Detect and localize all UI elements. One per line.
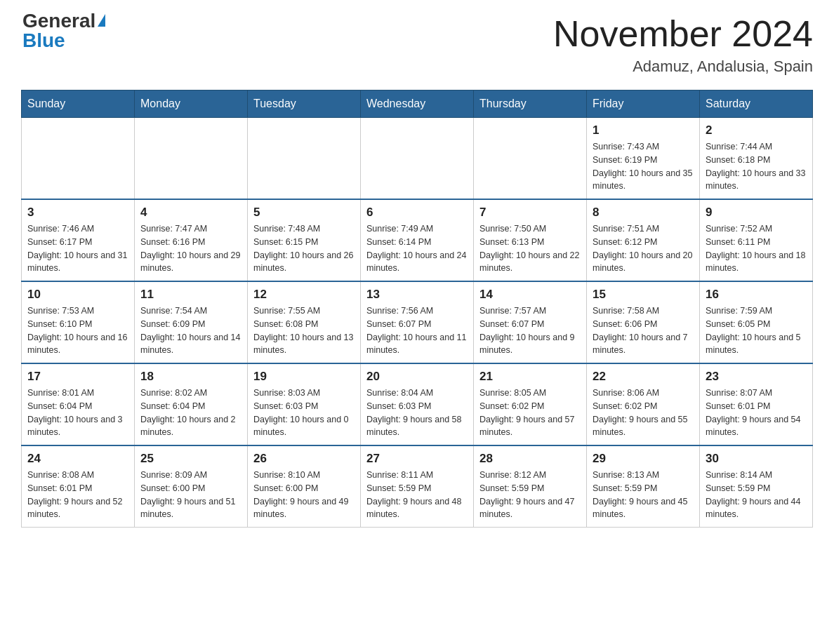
calendar-cell: 23Sunrise: 8:07 AM Sunset: 6:01 PM Dayli… [700,363,813,445]
logo-blue-text: Blue [22,29,65,52]
calendar-cell: 4Sunrise: 7:47 AM Sunset: 6:16 PM Daylig… [135,199,248,281]
weekday-header-thursday: Thursday [474,90,587,118]
weekday-header-sunday: Sunday [22,90,135,118]
day-number: 16 [706,288,807,302]
calendar-cell: 9Sunrise: 7:52 AM Sunset: 6:11 PM Daylig… [700,199,813,281]
weekday-header-monday: Monday [135,90,248,118]
calendar-cell: 12Sunrise: 7:55 AM Sunset: 6:08 PM Dayli… [248,281,361,363]
day-number: 4 [140,206,241,220]
calendar-cell: 25Sunrise: 8:09 AM Sunset: 6:00 PM Dayli… [135,445,248,528]
header: General General Blue November 2024 Adamu… [21,14,813,76]
day-number: 23 [706,370,807,384]
day-number: 27 [366,452,468,466]
day-info: Sunrise: 7:58 AM Sunset: 6:06 PM Dayligh… [593,304,694,357]
calendar-cell: 20Sunrise: 8:04 AM Sunset: 6:03 PM Dayli… [361,363,474,445]
day-number: 15 [593,288,694,302]
day-number: 29 [593,452,694,466]
calendar-cell [22,118,135,200]
logo-chevron-icon [98,14,105,27]
logo: General General Blue [21,14,105,52]
day-info: Sunrise: 7:47 AM Sunset: 6:16 PM Dayligh… [140,222,241,275]
calendar-cell: 1Sunrise: 7:43 AM Sunset: 6:19 PM Daylig… [587,118,700,200]
calendar-week-3: 10Sunrise: 7:53 AM Sunset: 6:10 PM Dayli… [22,281,813,363]
day-info: Sunrise: 7:59 AM Sunset: 6:05 PM Dayligh… [706,304,807,357]
day-number: 7 [479,206,581,220]
day-number: 17 [27,370,128,384]
calendar-cell: 29Sunrise: 8:13 AM Sunset: 5:59 PM Dayli… [587,445,700,528]
calendar-cell: 14Sunrise: 7:57 AM Sunset: 6:07 PM Dayli… [474,281,587,363]
calendar-cell: 13Sunrise: 7:56 AM Sunset: 6:07 PM Dayli… [361,281,474,363]
weekday-header-saturday: Saturday [700,90,813,118]
day-number: 30 [706,452,807,466]
calendar-week-1: 1Sunrise: 7:43 AM Sunset: 6:19 PM Daylig… [22,118,813,200]
day-info: Sunrise: 8:10 AM Sunset: 6:00 PM Dayligh… [253,469,355,521]
calendar-cell: 6Sunrise: 7:49 AM Sunset: 6:14 PM Daylig… [361,199,474,281]
calendar-cell: 5Sunrise: 7:48 AM Sunset: 6:15 PM Daylig… [248,199,361,281]
day-number: 13 [366,288,468,302]
calendar-cell: 22Sunrise: 8:06 AM Sunset: 6:02 PM Dayli… [587,363,700,445]
calendar-cell [248,118,361,200]
day-info: Sunrise: 8:11 AM Sunset: 5:59 PM Dayligh… [366,469,468,521]
calendar-cell: 30Sunrise: 8:14 AM Sunset: 5:59 PM Dayli… [700,445,813,528]
day-number: 1 [593,123,694,137]
day-number: 5 [253,206,355,220]
calendar-cell: 10Sunrise: 7:53 AM Sunset: 6:10 PM Dayli… [22,281,135,363]
calendar-cell: 17Sunrise: 8:01 AM Sunset: 6:04 PM Dayli… [22,363,135,445]
day-info: Sunrise: 7:53 AM Sunset: 6:10 PM Dayligh… [27,304,128,357]
day-number: 3 [27,206,128,220]
day-number: 22 [593,370,694,384]
day-number: 26 [253,452,355,466]
day-number: 20 [366,370,468,384]
day-info: Sunrise: 8:02 AM Sunset: 6:04 PM Dayligh… [140,387,241,439]
day-info: Sunrise: 7:44 AM Sunset: 6:18 PM Dayligh… [706,140,807,193]
day-info: Sunrise: 8:08 AM Sunset: 6:01 PM Dayligh… [27,469,128,521]
day-info: Sunrise: 8:07 AM Sunset: 6:01 PM Dayligh… [706,387,807,439]
day-info: Sunrise: 7:52 AM Sunset: 6:11 PM Dayligh… [706,222,807,275]
day-info: Sunrise: 7:46 AM Sunset: 6:17 PM Dayligh… [27,222,128,275]
weekday-header-wednesday: Wednesday [361,90,474,118]
calendar-week-2: 3Sunrise: 7:46 AM Sunset: 6:17 PM Daylig… [22,199,813,281]
calendar-cell: 8Sunrise: 7:51 AM Sunset: 6:12 PM Daylig… [587,199,700,281]
day-number: 18 [140,370,241,384]
calendar-cell: 19Sunrise: 8:03 AM Sunset: 6:03 PM Dayli… [248,363,361,445]
day-number: 28 [479,452,581,466]
calendar-cell: 2Sunrise: 7:44 AM Sunset: 6:18 PM Daylig… [700,118,813,200]
title-area: November 2024 Adamuz, Andalusia, Spain [553,14,813,76]
location-title: Adamuz, Andalusia, Spain [553,58,813,76]
calendar-cell: 16Sunrise: 7:59 AM Sunset: 6:05 PM Dayli… [700,281,813,363]
weekday-header-tuesday: Tuesday [248,90,361,118]
day-number: 8 [593,206,694,220]
calendar-week-4: 17Sunrise: 8:01 AM Sunset: 6:04 PM Dayli… [22,363,813,445]
calendar-cell: 15Sunrise: 7:58 AM Sunset: 6:06 PM Dayli… [587,281,700,363]
calendar-cell: 24Sunrise: 8:08 AM Sunset: 6:01 PM Dayli… [22,445,135,528]
calendar-cell: 27Sunrise: 8:11 AM Sunset: 5:59 PM Dayli… [361,445,474,528]
day-number: 12 [253,288,355,302]
day-info: Sunrise: 7:56 AM Sunset: 6:07 PM Dayligh… [366,304,468,357]
day-info: Sunrise: 7:51 AM Sunset: 6:12 PM Dayligh… [593,222,694,275]
calendar-week-5: 24Sunrise: 8:08 AM Sunset: 6:01 PM Dayli… [22,445,813,528]
day-number: 14 [479,288,581,302]
calendar-cell: 7Sunrise: 7:50 AM Sunset: 6:13 PM Daylig… [474,199,587,281]
calendar-cell: 28Sunrise: 8:12 AM Sunset: 5:59 PM Dayli… [474,445,587,528]
calendar-cell: 3Sunrise: 7:46 AM Sunset: 6:17 PM Daylig… [22,199,135,281]
day-info: Sunrise: 7:57 AM Sunset: 6:07 PM Dayligh… [479,304,581,357]
day-info: Sunrise: 7:50 AM Sunset: 6:13 PM Dayligh… [479,222,581,275]
calendar-header-row: SundayMondayTuesdayWednesdayThursdayFrid… [22,90,813,118]
calendar-cell: 11Sunrise: 7:54 AM Sunset: 6:09 PM Dayli… [135,281,248,363]
calendar-cell: 18Sunrise: 8:02 AM Sunset: 6:04 PM Dayli… [135,363,248,445]
day-number: 2 [706,123,807,137]
day-info: Sunrise: 7:49 AM Sunset: 6:14 PM Dayligh… [366,222,468,275]
day-number: 11 [140,288,241,302]
calendar-cell [361,118,474,200]
day-info: Sunrise: 8:01 AM Sunset: 6:04 PM Dayligh… [27,387,128,439]
day-info: Sunrise: 8:14 AM Sunset: 5:59 PM Dayligh… [706,469,807,521]
day-info: Sunrise: 8:12 AM Sunset: 5:59 PM Dayligh… [479,469,581,521]
day-number: 21 [479,370,581,384]
calendar-cell: 26Sunrise: 8:10 AM Sunset: 6:00 PM Dayli… [248,445,361,528]
day-info: Sunrise: 7:55 AM Sunset: 6:08 PM Dayligh… [253,304,355,357]
day-info: Sunrise: 7:48 AM Sunset: 6:15 PM Dayligh… [253,222,355,275]
day-info: Sunrise: 8:06 AM Sunset: 6:02 PM Dayligh… [593,387,694,439]
day-info: Sunrise: 8:04 AM Sunset: 6:03 PM Dayligh… [366,387,468,439]
day-info: Sunrise: 8:05 AM Sunset: 6:02 PM Dayligh… [479,387,581,439]
day-number: 9 [706,206,807,220]
